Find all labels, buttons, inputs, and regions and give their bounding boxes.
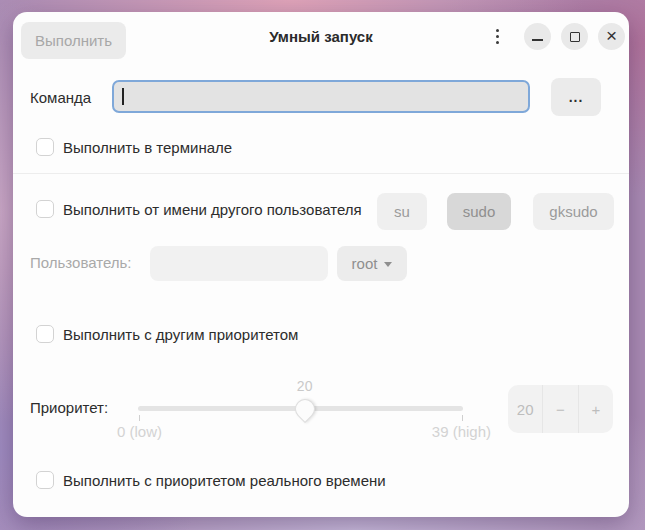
- slider-max-label: 39 (high): [413, 423, 491, 440]
- other-user-checkbox[interactable]: [36, 200, 54, 218]
- kebab-menu-button[interactable]: [487, 25, 508, 48]
- custom-priority-checkbox[interactable]: [36, 325, 54, 343]
- section-divider: [13, 173, 629, 174]
- sudo-button[interactable]: sudo: [447, 193, 511, 230]
- other-user-checkbox-row[interactable]: Выполнить от имени другого пользователя: [36, 200, 362, 218]
- other-user-checkbox-label: Выполнить от имени другого пользователя: [63, 201, 362, 218]
- command-label: Команда: [30, 89, 91, 106]
- browse-button[interactable]: ...: [551, 78, 601, 116]
- terminal-checkbox-row[interactable]: Выполнить в терминале: [36, 138, 232, 156]
- priority-spinner: 20 − +: [508, 385, 613, 433]
- priority-decrement-button[interactable]: −: [543, 385, 577, 433]
- user-dropdown[interactable]: root: [337, 246, 407, 281]
- slider-tick-min: [139, 415, 140, 421]
- custom-priority-checkbox-row[interactable]: Выполнить с другим приоритетом: [36, 325, 298, 343]
- priority-label: Приоритет:: [30, 399, 108, 416]
- user-input[interactable]: [150, 246, 328, 281]
- custom-priority-checkbox-label: Выполнить с другим приоритетом: [63, 326, 298, 343]
- run-button[interactable]: Выполнить: [21, 22, 126, 59]
- gksudo-button[interactable]: gksudo: [533, 193, 614, 230]
- priority-increment-button[interactable]: +: [579, 385, 613, 433]
- realtime-checkbox[interactable]: [36, 471, 54, 489]
- close-button[interactable]: ×: [598, 23, 625, 50]
- close-icon: ×: [606, 26, 617, 45]
- su-button[interactable]: su: [377, 193, 427, 230]
- terminal-checkbox-label: Выполнить в терминале: [63, 139, 232, 156]
- terminal-checkbox[interactable]: [36, 138, 54, 156]
- kebab-menu-icon: [496, 29, 500, 33]
- priority-slider-handle[interactable]: [291, 395, 319, 423]
- smart-run-dialog-window: Умный запуск Выполнить × Команда ... Вып…: [13, 12, 629, 517]
- text-caret: [122, 88, 124, 105]
- realtime-checkbox-row[interactable]: Выполнить с приоритетом реального времен…: [36, 471, 386, 489]
- maximize-button[interactable]: [561, 23, 588, 50]
- slider-min-label: 0 (low): [117, 423, 162, 440]
- minimize-button[interactable]: [524, 23, 551, 50]
- priority-spinner-value: 20: [508, 385, 542, 433]
- user-label: Пользователь:: [30, 254, 132, 271]
- command-input[interactable]: [112, 80, 530, 113]
- slider-tick-max: [462, 415, 463, 421]
- minimize-icon: [532, 39, 543, 41]
- chevron-down-icon: [384, 262, 392, 267]
- maximize-icon: [570, 32, 580, 42]
- user-dropdown-value: root: [352, 255, 378, 272]
- realtime-checkbox-label: Выполнить с приоритетом реального времен…: [63, 472, 386, 489]
- priority-slider-value: 20: [285, 378, 325, 394]
